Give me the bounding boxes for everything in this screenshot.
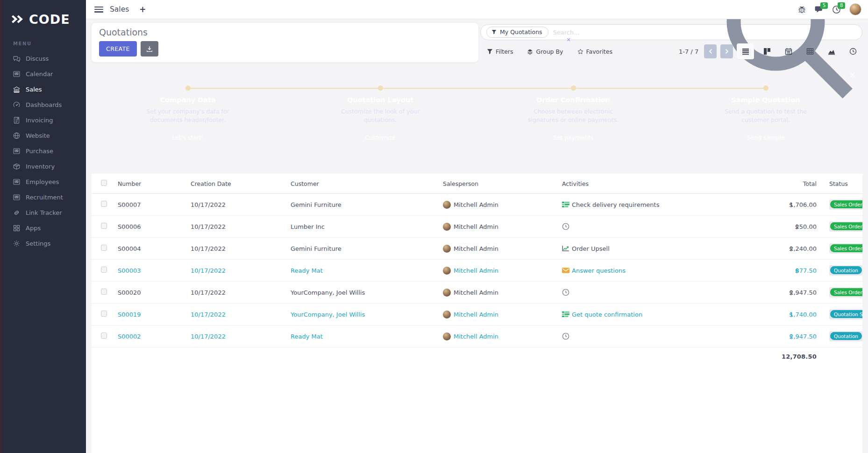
salesperson-avatar	[443, 267, 451, 275]
column-header-salesperson[interactable]: Salesperson	[443, 180, 562, 187]
filter-funnel-icon	[487, 49, 493, 55]
create-button[interactable]: CREATE	[99, 41, 137, 57]
hamburger-menu-icon[interactable]	[94, 7, 103, 13]
sidebar-item-employees[interactable]: Employees	[2, 174, 86, 190]
user-avatar[interactable]	[849, 3, 861, 15]
column-header-status[interactable]: Status	[817, 180, 862, 187]
timeline-dot	[185, 85, 191, 91]
row-total: $1,706.00	[773, 201, 817, 208]
app-screen: CODE MENU DiscussCalendarSalesDashboards…	[0, 0, 868, 453]
facet-remove-button[interactable]: ×	[566, 37, 571, 42]
calendar-view-button[interactable]	[780, 43, 797, 59]
customize-button[interactable]: Customize	[357, 130, 403, 145]
column-header-customer[interactable]: Customer	[291, 180, 443, 187]
table-row-s00006[interactable]: S0000610/17/2022Lumber IncMitchell Admin…	[92, 216, 862, 238]
table-row-s00020[interactable]: S0002010/17/2022YourCompany, Joel Willis…	[92, 282, 862, 304]
sidebar-item-dashboards[interactable]: Dashboards	[2, 97, 86, 113]
set-payments-button[interactable]: Set payments	[546, 130, 601, 145]
row-checkbox[interactable]	[101, 201, 107, 207]
activities-clock-icon[interactable]: 8	[832, 5, 841, 14]
column-header-activities[interactable]: Activities	[562, 180, 773, 187]
activity-view-button[interactable]	[844, 43, 861, 59]
list-view-icon	[742, 48, 749, 55]
total-amount: 1,706.00	[790, 201, 817, 208]
row-activity[interactable]	[562, 223, 773, 230]
sidebar-item-link-tracker[interactable]: Link Tracker	[2, 205, 86, 220]
list-view-button[interactable]	[737, 43, 754, 59]
row-activity[interactable]: Order Upsell	[562, 245, 773, 252]
row-checkbox[interactable]	[101, 333, 107, 339]
layers-icon	[527, 49, 533, 55]
row-checkbox[interactable]	[101, 245, 107, 251]
kanban-view-icon	[763, 48, 771, 55]
select-all-checkbox[interactable]	[101, 180, 107, 186]
sidebar-item-recruitment[interactable]: Recruitment	[2, 190, 86, 205]
kanban-view-button[interactable]	[758, 43, 776, 59]
banner-close-button[interactable]: ×	[849, 70, 856, 79]
let-s-start-button[interactable]: Let's start!	[164, 130, 211, 145]
sidebar-item-website[interactable]: Website	[2, 128, 86, 143]
column-header-total[interactable]: Total	[773, 180, 817, 187]
table-row-s00019[interactable]: S0001910/17/2022YourCompany, Joel Willis…	[92, 304, 862, 326]
activity-label: Check delivery requirements	[572, 201, 659, 208]
search-bar[interactable]: My Quotations × Search...	[480, 24, 862, 40]
row-activity[interactable]: Get quote confirmation	[562, 311, 773, 318]
brand-logo[interactable]: CODE	[2, 0, 86, 29]
row-checkbox-cell	[92, 289, 118, 296]
pager-previous-button[interactable]	[704, 44, 717, 58]
sidebar-item-discuss[interactable]: Discuss	[2, 51, 86, 66]
table-row-s00003[interactable]: S0000310/17/2022Ready MatMitchell AdminA…	[92, 260, 862, 282]
row-total: $2,947.50	[773, 289, 817, 296]
menu-section-label: MENU	[2, 29, 86, 51]
row-status: Quotation	[817, 331, 862, 341]
debug-bug-icon[interactable]	[797, 5, 806, 14]
search-placeholder[interactable]: Search...	[553, 29, 716, 36]
send-sample-button[interactable]: Send sample	[740, 130, 792, 145]
row-checkbox-cell	[92, 267, 118, 274]
status-badge-wrap: Quotation	[829, 265, 862, 276]
row-checkbox[interactable]	[101, 223, 107, 229]
sidebar-item-calendar[interactable]: Calendar	[2, 66, 86, 82]
status-badge: Quotation	[830, 332, 862, 340]
sidebar-item-label: Sales	[26, 86, 42, 93]
sidebar-item-invoicing[interactable]: Invoicing	[2, 113, 86, 128]
column-header-creation-date[interactable]: Creation Date	[191, 180, 291, 187]
table-row-s00007[interactable]: S0000710/17/2022Gemini FurnitureMitchell…	[92, 194, 862, 216]
salesperson-name: Mitchell Admin	[454, 223, 498, 230]
globe-icon	[13, 132, 21, 140]
row-activity[interactable]	[562, 333, 773, 340]
sidebar-item-sales[interactable]: Sales	[2, 82, 86, 97]
graph-view-button[interactable]	[823, 43, 840, 59]
row-salesperson: Mitchell Admin	[443, 311, 562, 319]
sidebar-item-inventory[interactable]: Inventory	[2, 159, 86, 174]
row-status: Quotation	[817, 265, 862, 276]
sidebar-item-apps[interactable]: Apps	[2, 220, 86, 236]
table-row-s00004[interactable]: S0000410/17/2022Gemini FurnitureMitchell…	[92, 238, 862, 260]
pager-next-button[interactable]	[720, 44, 733, 58]
filters-button[interactable]: Filters	[487, 48, 513, 55]
image-icon	[13, 178, 21, 186]
new-tab-button[interactable]: +	[139, 5, 146, 14]
row-checkbox[interactable]	[101, 289, 107, 295]
table-row-s00002[interactable]: S0000210/17/2022Ready MatMitchell Admin$…	[92, 326, 862, 347]
row-checkbox[interactable]	[101, 311, 107, 317]
sidebar-item-settings[interactable]: Settings	[2, 236, 86, 251]
export-button[interactable]	[141, 41, 158, 57]
messages-icon[interactable]: 5	[815, 5, 824, 14]
search-facet-chip[interactable]: My Quotations	[486, 27, 548, 38]
column-header-number[interactable]: Number	[118, 180, 191, 187]
row-total: $1,740.00	[773, 311, 817, 318]
row-checkbox[interactable]	[101, 267, 107, 273]
row-customer: Gemini Furniture	[291, 201, 443, 208]
favorites-button[interactable]: Favorites	[577, 48, 612, 55]
row-activity[interactable]: Check delivery requirements	[562, 201, 773, 208]
group-by-button[interactable]: Group By	[527, 48, 563, 55]
star-icon	[577, 49, 583, 55]
row-total: $2,947.50	[773, 333, 817, 340]
sidebar-item-purchase[interactable]: Purchase	[2, 143, 86, 159]
pivot-view-button[interactable]	[801, 43, 818, 59]
row-activity[interactable]: Answer questions	[562, 267, 773, 274]
current-app-name[interactable]: Sales	[110, 5, 129, 14]
row-activity[interactable]	[562, 289, 773, 296]
filter-funnel-icon	[491, 29, 497, 35]
